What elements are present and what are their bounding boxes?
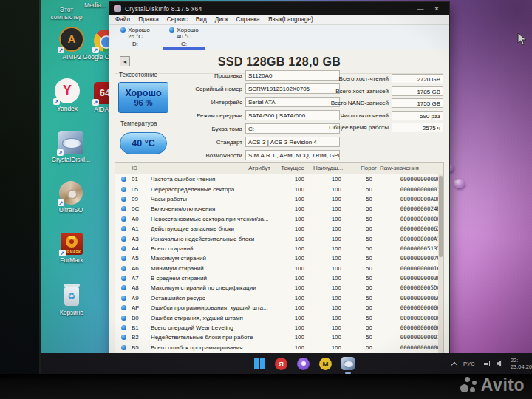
menu-item[interactable]: Справка xyxy=(236,16,259,23)
attribute-status-dot-icon xyxy=(121,187,126,192)
health-status-button[interactable]: Хорошо 96 % xyxy=(118,82,168,113)
smart-table-row[interactable]: A8 Максимум стираний по спецификации 100… xyxy=(115,283,443,293)
attribute-status-dot-icon xyxy=(121,197,126,202)
smart-table-row[interactable]: 05 Перераспределённые сектора 100 100 50… xyxy=(115,184,443,194)
desktop-icon-media[interactable]: Media... xyxy=(78,1,112,9)
crystaldiskinfo-window: CrystalDiskInfo 8.17.5 x64 — ✕ ФайлПравк… xyxy=(109,2,449,374)
temperature-button[interactable]: 40 °C xyxy=(120,132,167,154)
desktop-icon-crystaldiskinfo[interactable]: ↗ CrystalDiskI... xyxy=(47,131,95,163)
monitor-photo: Этот компьютер Media... A ↗ AIMP2 ↗ Goog… xyxy=(0,0,532,399)
attribute-id: A6 xyxy=(132,265,151,272)
smart-table-row[interactable]: A6 Минимум стираний 100 100 50 000000000… xyxy=(115,264,443,273)
threshold-value: 50 xyxy=(350,225,380,232)
attribute-name: Минимум стираний xyxy=(151,265,279,272)
language-indicator[interactable]: РУС xyxy=(463,361,475,367)
attribute-name: Максимум стираний по спецификации xyxy=(151,284,279,291)
smart-table-row[interactable]: AF Ошибки программирования, худший шта..… xyxy=(115,303,443,313)
scrollbar-thumb[interactable] xyxy=(439,176,443,257)
avito-watermark: Avito xyxy=(460,375,525,395)
disk-info-fields: Прошивка S1120A0 Серийный номер SCRW1912… xyxy=(183,70,340,163)
crystaldiskinfo-taskbar-icon[interactable] xyxy=(341,357,355,370)
threshold-value: 50 xyxy=(350,196,380,202)
worst-value: 100 xyxy=(313,196,350,202)
shortcut-arrow-icon: ↗ xyxy=(92,47,99,53)
desktop-icon-furmark[interactable]: FURMARK ↗ FurMark xyxy=(48,233,95,264)
raw-value: 000000000060 xyxy=(380,295,443,301)
column-header: Наихудш... xyxy=(313,165,350,171)
info-label: Прошивка xyxy=(183,72,245,79)
network-icon[interactable] xyxy=(482,361,490,366)
info-label: Серийный номер xyxy=(183,86,245,92)
menu-item[interactable]: Язык(Language) xyxy=(268,16,313,23)
attribute-id: A7 xyxy=(132,275,151,282)
current-value: 100 xyxy=(279,186,313,193)
info-value: ACS-3 | ACS-3 Revision 4 xyxy=(245,137,340,147)
table-scrollbar[interactable] xyxy=(438,174,443,374)
smart-table-rows: 01 Частота ошибок чтения 100 100 50 0000… xyxy=(115,174,443,352)
menu-item[interactable]: Диск xyxy=(215,16,228,23)
disk-title: SSD 128GB 128,0 GB xyxy=(109,55,449,69)
shortcut-arrow-icon: ↗ xyxy=(92,99,99,106)
smart-table-row[interactable]: B0 Ошибки стирания, худший штамп 100 100… xyxy=(115,313,443,322)
window-titlebar[interactable]: CrystalDiskInfo 8.17.5 x64 — ✕ xyxy=(109,2,449,15)
attribute-id: 01 xyxy=(132,176,151,183)
info-value: 2575 ч xyxy=(392,123,443,132)
threshold-value: 50 xyxy=(350,304,380,311)
smart-table-row[interactable]: A0 Невосстановимые сектора при чтении/за… xyxy=(115,214,443,224)
smart-table-row[interactable]: A3 Изначально недействительные блоки 100… xyxy=(115,233,443,243)
speaker-icon[interactable] xyxy=(497,360,504,367)
raw-value: 0000000005DC xyxy=(380,284,443,291)
attribute-name: Всего стираний xyxy=(151,245,279,252)
attribute-status-dot-icon xyxy=(121,325,126,330)
smart-table-row[interactable]: A1 Действующие запасные блоки 100 100 50… xyxy=(115,224,443,233)
taskbar: Я M РУС 22: 23.04.202 xyxy=(41,353,532,374)
current-value: 100 xyxy=(279,216,313,222)
menu-item[interactable]: Правка xyxy=(138,16,159,23)
worst-value: 100 xyxy=(313,275,350,282)
current-value: 100 xyxy=(279,225,313,232)
smart-table-row[interactable]: 09 Часы работы 100 100 50 000000000A0F xyxy=(115,194,443,204)
smart-table-row[interactable]: B2 Недействительные блоки при работе 100… xyxy=(115,332,443,342)
info-label: Буква тома xyxy=(183,126,245,132)
menu-item[interactable]: Вид xyxy=(196,16,207,23)
menu-item[interactable]: Сервис xyxy=(167,16,188,23)
info-label: Число включений xyxy=(320,112,392,119)
drive-tab-c[interactable]: Хорошо 40 °C C: xyxy=(160,25,208,50)
raw-value: 00000000003F xyxy=(380,275,443,282)
alice-taskbar-icon[interactable] xyxy=(297,358,310,370)
attribute-id: A1 xyxy=(132,225,151,232)
close-button[interactable]: ✕ xyxy=(429,5,445,13)
minimize-button[interactable]: — xyxy=(412,5,429,13)
info-value: 1785 GB xyxy=(392,86,443,96)
wallpaper-droplet xyxy=(454,179,465,188)
drive-tab-d[interactable]: Хорошо 26 °C D: xyxy=(111,25,160,50)
smart-table-row[interactable]: A4 Всего стираний 100 100 50 00000000513… xyxy=(115,244,443,253)
threshold-value: 50 xyxy=(350,255,380,262)
attribute-status-dot-icon xyxy=(121,226,126,231)
smart-table-row[interactable]: B1 Всего операций Wear Leveling 100 100 … xyxy=(115,323,443,332)
smart-table-row[interactable]: A7 В среднем стираний 100 100 50 0000000… xyxy=(115,273,443,283)
attribute-status-dot-icon xyxy=(121,246,126,251)
attribute-id: A4 xyxy=(132,245,151,252)
taskbar-clock[interactable]: 22: 23.04.202 xyxy=(511,357,532,370)
yandex-music-taskbar-icon[interactable]: M xyxy=(319,358,332,370)
shortcut-arrow-icon: ↗ xyxy=(53,98,60,105)
threshold-value: 50 xyxy=(350,324,380,331)
smart-table-row[interactable]: B5 Всего ошибок программирования 100 100… xyxy=(115,343,443,352)
current-value: 100 xyxy=(279,236,313,242)
smart-table-row[interactable]: 01 Частота ошибок чтения 100 100 50 0000… xyxy=(115,174,443,184)
attribute-id: A8 xyxy=(132,284,151,291)
smart-table-row[interactable]: 0C Включения/отключения 100 100 50 00000… xyxy=(115,204,443,214)
yandex-browser-taskbar-icon[interactable]: Я xyxy=(275,358,287,370)
desktop-icon-ultraiso[interactable]: ↗ UltraISO xyxy=(47,181,95,214)
tray-chevron-up-icon[interactable] xyxy=(451,361,457,367)
smart-table-row[interactable]: A5 Максимум стираний 100 100 50 00000000… xyxy=(115,253,443,263)
menu-item[interactable]: Файл xyxy=(115,16,130,23)
attribute-name: Частота ошибок чтения xyxy=(151,176,279,183)
smart-table-row[interactable]: A9 Оставшийся ресурс 100 100 50 00000000… xyxy=(115,293,443,303)
raw-value: 000000000062 xyxy=(380,225,443,232)
current-value: 100 xyxy=(279,275,313,282)
desktop-icon-recycle-bin[interactable]: ♻ Корзина xyxy=(48,284,95,316)
column-header: Атрибут xyxy=(151,165,279,171)
start-button[interactable] xyxy=(254,358,265,369)
